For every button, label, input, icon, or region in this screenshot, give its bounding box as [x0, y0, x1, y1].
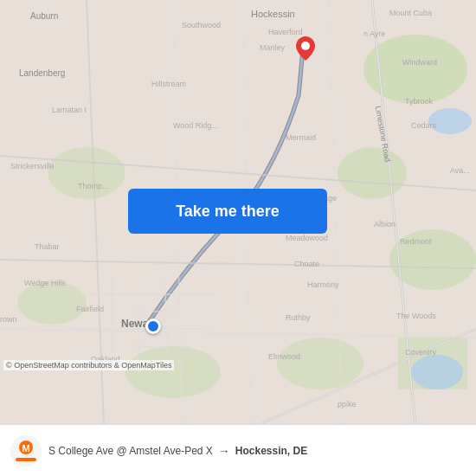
- arrow-icon: →: [218, 444, 230, 458]
- svg-text:n Ayre: n Ayre: [363, 29, 385, 38]
- svg-point-10: [411, 355, 463, 389]
- svg-text:Elmwood: Elmwood: [268, 352, 300, 361]
- svg-point-2: [338, 147, 407, 199]
- svg-point-4: [48, 147, 125, 199]
- svg-text:Lamatan I: Lamatan I: [52, 106, 87, 114]
- svg-point-66: [301, 42, 310, 50]
- svg-text:Windward: Windward: [402, 58, 437, 67]
- svg-text:Thomp...: Thomp...: [78, 182, 109, 190]
- svg-text:Harmony: Harmony: [307, 280, 339, 289]
- svg-text:Hillstream: Hillstream: [151, 80, 186, 88]
- svg-text:Coventry: Coventry: [405, 348, 437, 357]
- svg-text:Albion: Albion: [374, 220, 396, 228]
- svg-text:Manley: Manley: [260, 43, 286, 52]
- svg-text:Meadowood: Meadowood: [286, 234, 328, 242]
- route-info: S College Ave @ Amstel Ave-Ped X → Hocke…: [48, 444, 466, 458]
- svg-text:Haverford: Haverford: [268, 28, 303, 36]
- svg-text:Ava...: Ava...: [450, 166, 470, 175]
- svg-text:Landenberg: Landenberg: [19, 68, 65, 78]
- svg-text:Mermaid: Mermaid: [286, 133, 316, 142]
- svg-text:Cedars: Cedars: [411, 121, 437, 130]
- osm-credit: © OpenStreetMap contributors & OpenMapTi…: [3, 360, 174, 370]
- svg-text:Fairfield: Fairfield: [76, 305, 104, 313]
- svg-text:The Woods: The Woods: [396, 312, 436, 320]
- svg-text:ppike: ppike: [338, 400, 357, 408]
- map-view[interactable]: Auburn Hockessin Southwood Haverford Man…: [0, 0, 476, 424]
- svg-text:rown: rown: [0, 315, 17, 324]
- origin-text: S College Ave @ Amstel Ave-Ped X: [48, 445, 213, 457]
- svg-text:Auburn: Auburn: [30, 11, 58, 21]
- svg-text:Tybrook: Tybrook: [405, 97, 434, 106]
- destination-pin: [296, 36, 315, 61]
- svg-text:Choate: Choate: [294, 260, 319, 268]
- svg-text:M: M: [22, 443, 29, 453]
- svg-text:Hockessin: Hockessin: [251, 9, 295, 19]
- svg-point-5: [17, 281, 87, 325]
- svg-text:Southwood: Southwood: [182, 21, 221, 29]
- svg-text:Thabar: Thabar: [35, 242, 60, 251]
- svg-point-6: [125, 346, 221, 398]
- svg-text:Mount Cuba: Mount Cuba: [389, 9, 432, 17]
- svg-rect-70: [16, 458, 36, 461]
- svg-text:Wood Ridg...: Wood Ridg...: [173, 121, 218, 130]
- svg-text:Ruthby: Ruthby: [286, 313, 311, 322]
- svg-text:Strickersville: Strickersville: [10, 162, 55, 170]
- footer-bar: M S College Ave @ Amstel Ave-Ped X → Hoc…: [0, 424, 476, 476]
- svg-text:Wedge Hills: Wedge Hills: [24, 279, 66, 287]
- take-me-there-button[interactable]: Take me there: [128, 189, 327, 234]
- moovit-logo: M: [10, 435, 42, 466]
- svg-text:Redmont: Redmont: [400, 237, 432, 246]
- destination-text: Hockessin, DE: [235, 445, 307, 457]
- origin-pin: [145, 318, 161, 334]
- svg-point-7: [277, 338, 363, 389]
